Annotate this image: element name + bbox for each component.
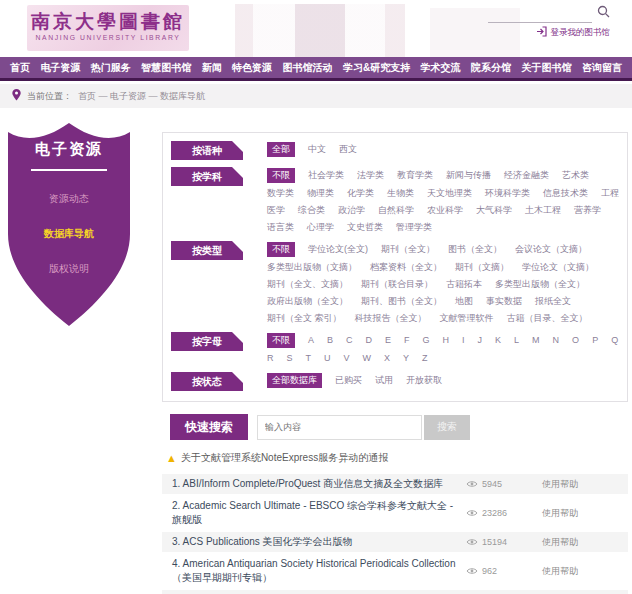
filter-option[interactable]: 期刊（文摘）	[455, 261, 509, 274]
filter-option[interactable]: 生物类	[387, 187, 414, 200]
notice-link[interactable]: 关于文献管理系统NoteExpress服务异动的通报	[181, 451, 388, 465]
filter-option[interactable]: 中文	[308, 143, 326, 157]
filter-option[interactable]: 法学类	[357, 169, 384, 183]
filter-option-selected[interactable]: 全部	[267, 142, 295, 157]
filter-option[interactable]: 学位论文(全文)	[308, 243, 368, 257]
filter-option[interactable]: 开放获取	[406, 374, 442, 388]
filter-option[interactable]: 政府出版物（全文）	[267, 295, 348, 308]
quick-search-input[interactable]	[257, 415, 422, 440]
filter-option[interactable]: 社会学类	[308, 169, 344, 183]
filter-option[interactable]: 古籍拓本	[446, 278, 482, 291]
filter-option[interactable]: 经济金融类	[504, 169, 549, 183]
nav-item[interactable]: 学术交流	[421, 61, 461, 75]
filter-option-selected[interactable]: 不限	[267, 168, 295, 183]
search-submit-button[interactable]: 搜索	[424, 415, 470, 440]
filter-option[interactable]: 档案资料（全文）	[370, 261, 442, 274]
sidebar-item[interactable]: 数据库导航	[8, 227, 130, 241]
filter-option[interactable]: Q	[611, 334, 618, 348]
top-search-input[interactable]	[488, 9, 592, 23]
nav-item[interactable]: 热门服务	[91, 61, 131, 75]
filter-option[interactable]: N	[553, 334, 560, 348]
filter-option[interactable]: 数学类	[267, 187, 294, 200]
filter-option[interactable]: 古籍（目录、全文）	[507, 312, 588, 325]
database-title-link[interactable]: 2. Academic Search Ultimate - EBSCO 综合学科…	[172, 499, 460, 527]
filter-option[interactable]: 会议论文（文摘）	[515, 243, 587, 257]
filter-option[interactable]: 农业科学	[427, 204, 463, 217]
filter-option[interactable]: 报纸全文	[535, 295, 571, 308]
filter-option[interactable]: 期刊（联合目录）	[361, 278, 433, 291]
search-icon[interactable]	[597, 4, 610, 17]
filter-option[interactable]: 大气科学	[476, 204, 512, 217]
filter-option[interactable]: I	[462, 334, 465, 348]
filter-option[interactable]: 期刊、图书（全文）	[361, 295, 442, 308]
filter-option[interactable]: 土木工程	[525, 204, 561, 217]
library-logo[interactable]: 南京大學圖書館 NANJING UNIVERSITY LIBRARY	[27, 5, 189, 51]
filter-option[interactable]: 教育学类	[397, 169, 433, 183]
filter-option[interactable]: 政治学	[338, 204, 365, 217]
filter-option[interactable]: 文史哲类	[347, 221, 383, 234]
usage-help-link[interactable]: 使用帮助	[542, 478, 600, 491]
filter-option[interactable]: 期刊（全文）	[381, 243, 435, 257]
filter-option[interactable]: M	[532, 334, 540, 348]
filter-option[interactable]: 物理类	[307, 187, 334, 200]
filter-option[interactable]: 新闻与传播	[446, 169, 491, 183]
filter-option-selected[interactable]: 不限	[267, 333, 295, 348]
filter-option[interactable]: A	[308, 334, 314, 348]
database-title-link[interactable]: 4. American Antiquarian Society Historic…	[172, 557, 460, 585]
filter-option[interactable]: 医学	[267, 204, 285, 217]
filter-option[interactable]: 工程	[601, 187, 619, 200]
filter-option[interactable]: 管理学类	[396, 221, 432, 234]
filter-option-selected[interactable]: 不限	[267, 242, 295, 257]
filter-option[interactable]: 信息技术类	[543, 187, 588, 200]
filter-option[interactable]: R	[267, 352, 274, 365]
filter-option[interactable]: O	[572, 334, 579, 348]
filter-option[interactable]: 心理学	[307, 221, 334, 234]
filter-option[interactable]: 试用	[375, 374, 393, 388]
filter-option[interactable]: D	[366, 334, 373, 348]
filter-option[interactable]: U	[324, 352, 331, 365]
filter-option[interactable]: 期刊（全文、文摘）	[267, 278, 348, 291]
filter-option[interactable]: 天文地理类	[427, 187, 472, 200]
nav-item[interactable]: 咨询留言	[582, 61, 622, 75]
usage-help-link[interactable]: 使用帮助	[542, 565, 600, 578]
quick-search-button[interactable]: 快速搜索	[170, 414, 248, 440]
database-title-link[interactable]: 1. ABI/Inform Complete/ProQuest 商业信息文摘及全…	[172, 477, 460, 491]
filter-option[interactable]: 自然科学	[378, 204, 414, 217]
filter-option-selected[interactable]: 全部数据库	[267, 373, 322, 388]
login-link[interactable]: 登录我的图书馆	[536, 26, 611, 39]
usage-help-link[interactable]: 使用帮助	[542, 507, 600, 520]
filter-option[interactable]: 语言类	[267, 221, 294, 234]
filter-option[interactable]: K	[495, 334, 501, 348]
filter-option[interactable]: G	[423, 334, 430, 348]
filter-option[interactable]: 事实数据	[486, 295, 522, 308]
filter-option[interactable]: J	[478, 334, 483, 348]
filter-option[interactable]: 期刊（全文 索引）	[267, 312, 342, 325]
filter-option[interactable]: X	[384, 352, 390, 365]
filter-option[interactable]: V	[344, 352, 350, 365]
nav-item[interactable]: 新闻	[202, 61, 222, 75]
filter-option[interactable]: 西文	[339, 143, 357, 157]
nav-item[interactable]: 电子资源	[40, 61, 80, 75]
filter-option[interactable]: Z	[422, 352, 428, 365]
filter-option[interactable]: 图书（全文）	[448, 243, 502, 257]
filter-option[interactable]: 科技报告（全文）	[355, 312, 427, 325]
nav-item[interactable]: 特色资源	[232, 61, 272, 75]
sidebar-item[interactable]: 资源动态	[8, 192, 130, 206]
filter-option[interactable]: 多类型出版物（文摘）	[267, 261, 357, 274]
filter-option[interactable]: W	[363, 352, 372, 365]
filter-option[interactable]: H	[443, 334, 450, 348]
filter-option[interactable]: 多类型出版物（全文）	[495, 278, 585, 291]
sidebar-item[interactable]: 版权说明	[8, 262, 130, 276]
filter-option[interactable]: L	[514, 334, 519, 348]
filter-option[interactable]: S	[287, 352, 293, 365]
database-title-link[interactable]: 3. ACS Publications 美国化学学会出版物	[172, 535, 460, 549]
nav-item[interactable]: 关于图书馆	[521, 61, 571, 75]
filter-option[interactable]: 艺术类	[562, 169, 589, 183]
filter-option[interactable]: 文献管理软件	[440, 312, 494, 325]
filter-option[interactable]: F	[404, 334, 410, 348]
filter-option[interactable]: B	[327, 334, 333, 348]
filter-option[interactable]: E	[385, 334, 391, 348]
filter-option[interactable]: 综合类	[298, 204, 325, 217]
nav-item[interactable]: 图书馆活动	[283, 61, 333, 75]
filter-option[interactable]: 营养学	[574, 204, 601, 217]
